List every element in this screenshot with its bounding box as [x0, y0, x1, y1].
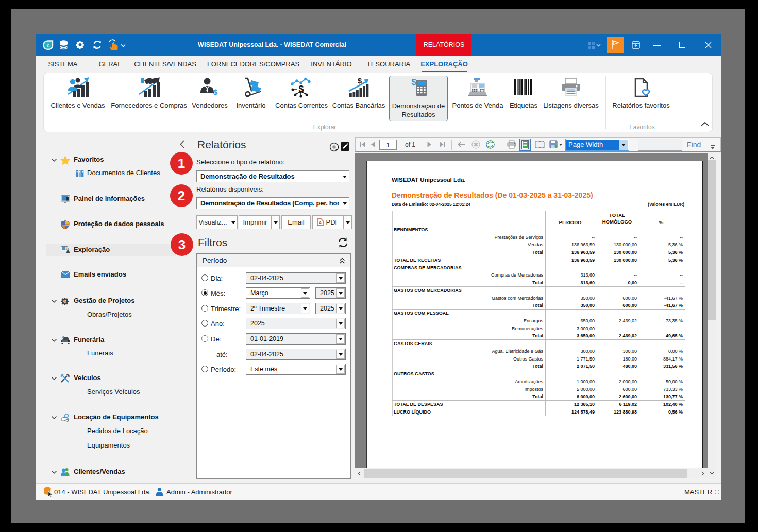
- svg-text:$: $: [298, 84, 304, 94]
- svg-text:c: c: [47, 43, 50, 48]
- svg-text:A: A: [318, 221, 321, 225]
- svg-text:$: $: [411, 77, 416, 87]
- svg-text:$: $: [213, 88, 218, 96]
